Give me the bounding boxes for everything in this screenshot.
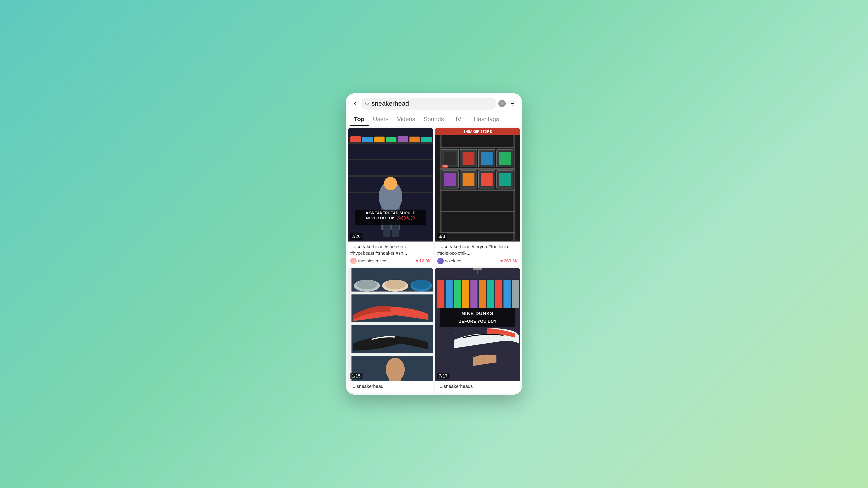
svg-rect-72 [479,280,486,308]
svg-rect-62 [389,369,401,381]
svg-rect-43 [481,173,493,186]
search-icon [365,101,370,106]
author-name: thesoleservice [358,258,414,264]
svg-rect-37 [499,152,511,165]
svg-rect-9 [386,137,397,142]
svg-rect-45 [499,173,511,186]
video-meta: ...#sneakerhead #sneakers #hypebeast #sn… [348,241,433,266]
svg-rect-54 [348,268,351,382]
svg-rect-53 [348,353,433,356]
svg-rect-68 [445,280,453,308]
svg-rect-8 [374,137,384,142]
svg-rect-52 [348,322,433,325]
svg-rect-25 [439,147,515,149]
svg-point-58 [384,280,406,289]
svg-text:NEVER DO THIS 🚫🚫🚫🚫: NEVER DO THIS 🚫🚫🚫🚫 [366,216,415,220]
video-thumbnail: A SNEAKERHEAD SHOULD NEVER DO THIS 🚫🚫🚫🚫 … [348,128,433,241]
svg-rect-73 [487,280,494,308]
filter-button[interactable] [508,99,517,108]
svg-point-56 [356,280,377,289]
tab-hashtags[interactable]: Hashtags [469,112,503,126]
video-tags: ...#sneakerhead #sneakers #hypebeast #sn… [350,243,431,256]
svg-rect-24 [513,128,515,241]
video-counter: 2/26 [350,233,363,240]
video-thumbnail: NIKE DUNKS BEFORE YOU BUY 7/17 [435,268,520,382]
like-count: ♥ 12.0K [416,258,431,264]
tab-videos[interactable]: Videos [393,112,420,126]
svg-rect-6 [350,136,361,142]
svg-point-17 [384,177,397,190]
tab-sounds[interactable]: Sounds [420,112,448,126]
svg-rect-39 [444,173,456,186]
svg-text:A SNEAKERHEAD SHOULD: A SNEAKERHEAD SHOULD [366,211,415,215]
back-button[interactable] [351,99,359,108]
svg-rect-2 [348,142,433,143]
video-card[interactable]: 1/15 ...#sneakerhead [348,268,433,393]
svg-text:SNEAKER STORE: SNEAKER STORE [463,130,492,133]
video-author-row: thesoleservice ♥ 12.0K [350,258,431,264]
video-grid: A SNEAKERHEAD SHOULD NEVER DO THIS 🚫🚫🚫🚫 … [348,128,520,393]
svg-rect-35 [481,152,493,165]
tab-top[interactable]: Top [350,112,369,126]
svg-rect-41 [463,173,474,186]
svg-text:BEFORE YOU BUY: BEFORE YOU BUY [458,319,496,324]
clear-button[interactable]: ✕ [498,100,506,107]
svg-rect-26 [439,168,515,170]
filter-icon [509,100,516,107]
svg-rect-51 [348,292,433,294]
video-tags: ...#sneakerheads [437,383,518,390]
svg-rect-75 [503,280,510,308]
svg-rect-31 [444,152,456,165]
svg-rect-69 [454,280,461,308]
svg-rect-27 [439,190,515,191]
svg-rect-12 [421,137,432,142]
author-avatar [437,258,444,264]
video-card[interactable]: SALE SNEAKER STORE 8/3 ...#sneakerhead #… [435,128,520,266]
video-card[interactable]: A SNEAKERHEAD SHOULD NEVER DO THIS 🚫🚫🚫🚫 … [348,128,433,266]
svg-text:NIKE DUNKS: NIKE DUNKS [462,311,493,316]
search-input[interactable]: sneakerhead [372,100,493,107]
svg-rect-33 [463,152,474,165]
svg-rect-67 [437,280,444,308]
svg-rect-28 [439,211,515,212]
video-thumbnail: 1/15 [348,268,433,382]
svg-rect-10 [398,136,408,142]
video-thumbnail: SALE SNEAKER STORE 8/3 [435,128,520,241]
like-count: ♥ 263.6K [500,258,518,264]
tab-bar: Top Users Videos Sounds LIVE Hashtags [346,112,522,126]
video-tags: ...#sneakerhead [350,383,431,390]
video-author-row: soleloco ♥ 263.6K [437,258,518,264]
video-meta: ...#sneakerhead [348,381,433,393]
svg-rect-29 [439,232,515,233]
tab-live[interactable]: LIVE [448,112,469,126]
svg-rect-71 [470,280,477,308]
video-meta: ...#sneakerhead #foryou #footlocker #sol… [435,241,520,266]
video-tags: ...#sneakerhead #foryou #footlocker #sol… [437,243,518,256]
video-meta: ...#sneakerheads [435,381,520,393]
svg-rect-76 [512,280,519,308]
svg-text:SALE: SALE [443,165,448,167]
svg-rect-74 [495,280,502,308]
app-window: sneakerhead ✕ Top Users Videos Sounds LI… [346,93,522,395]
svg-rect-4 [348,175,433,176]
svg-rect-3 [348,159,433,160]
svg-rect-66 [477,269,478,274]
search-bar: sneakerhead ✕ [346,93,522,112]
video-counter: 8/3 [437,233,447,240]
svg-rect-7 [362,137,373,142]
video-counter: 7/17 [437,372,450,379]
heart-icon: ♥ [500,258,503,264]
svg-rect-70 [462,280,469,308]
content-area: A SNEAKERHEAD SHOULD NEVER DO THIS 🚫🚫🚫🚫 … [346,126,522,395]
svg-rect-23 [439,128,441,241]
tab-users[interactable]: Users [369,112,393,126]
search-input-wrap[interactable]: sneakerhead [361,98,496,109]
svg-point-60 [412,280,430,289]
video-counter: 1/15 [350,372,363,379]
video-card[interactable]: NIKE DUNKS BEFORE YOU BUY 7/17 ...#sneak… [435,268,520,393]
heart-icon: ♥ [416,258,418,264]
author-avatar [350,258,357,264]
svg-rect-11 [409,137,420,142]
author-name: soleloco [445,258,499,264]
